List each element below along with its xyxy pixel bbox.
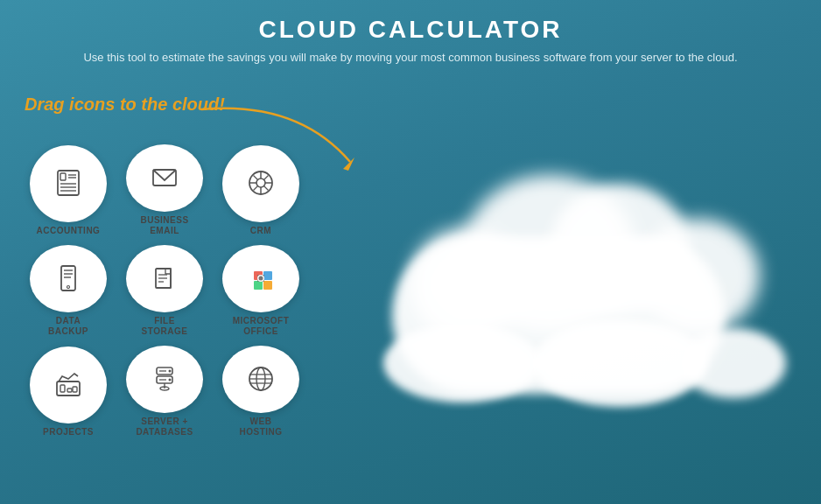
icon-projects[interactable]: PROJECTS — [25, 346, 112, 438]
icon-label-crm: CRM — [250, 226, 271, 236]
svg-point-20 — [67, 285, 70, 288]
svg-rect-31 — [263, 281, 272, 290]
icon-microsoft-office[interactable]: MICROSOFTOFFICE — [217, 245, 305, 337]
svg-point-42 — [169, 378, 172, 381]
icon-accounting[interactable]: ACCOUNTING — [25, 144, 112, 236]
icon-label-projects: PROJECTS — [43, 427, 94, 438]
svg-rect-19 — [61, 266, 75, 290]
icon-circle-data-backup — [30, 245, 107, 312]
svg-point-34 — [259, 276, 263, 280]
icon-circle-file-storage — [126, 245, 203, 312]
icon-label-data-backup: DATABACKUP — [48, 316, 88, 337]
icon-business-email[interactable]: BUSINESSEMAIL — [121, 144, 208, 236]
icon-circle-business-email — [126, 144, 203, 212]
svg-rect-2 — [60, 173, 66, 180]
icon-circle-microsoft-office — [222, 245, 299, 312]
icon-circle-server-databases — [126, 346, 203, 413]
svg-line-15 — [254, 175, 258, 179]
icon-circle-web-hosting — [222, 346, 299, 413]
svg-line-17 — [264, 175, 269, 179]
icon-label-microsoft-office: MICROSOFTOFFICE — [233, 316, 290, 337]
icon-label-file-storage: FILESTORAGE — [142, 316, 188, 337]
icon-file-storage[interactable]: FILESTORAGE — [121, 245, 208, 337]
svg-rect-30 — [254, 281, 263, 290]
icon-label-server-databases: SERVER +DATABASES — [136, 416, 193, 438]
svg-line-18 — [254, 186, 258, 190]
icon-label-accounting: ACCOUNTING — [37, 226, 101, 236]
svg-line-16 — [264, 186, 269, 190]
svg-rect-37 — [67, 388, 72, 392]
svg-rect-38 — [73, 387, 77, 392]
icon-label-web-hosting: WEBHOSTING — [239, 416, 282, 438]
icon-data-backup[interactable]: DATABACKUP — [25, 245, 112, 337]
icon-web-hosting[interactable]: WEBHOSTING — [217, 346, 305, 438]
svg-rect-36 — [60, 385, 65, 392]
header: CLOUD CALCULATOR Use this tool to estima… — [0, 0, 821, 73]
icons-grid: ACCOUNTING BUSINESSEMAIL — [16, 136, 313, 446]
page-subtitle: Use this tool to estimate the savings yo… — [0, 51, 821, 64]
page-title: CLOUD CALCULATOR — [0, 16, 821, 44]
icon-circle-accounting — [30, 145, 107, 222]
icon-crm[interactable]: CRM — [217, 144, 305, 236]
icon-server-databases[interactable]: SERVER +DATABASES — [121, 346, 208, 438]
icon-circle-crm — [222, 145, 299, 222]
icon-circle-projects — [30, 346, 107, 424]
icon-label-business-email: BUSINESSEMAIL — [140, 215, 188, 236]
svg-rect-29 — [263, 271, 272, 280]
cloud-drop-zone[interactable] — [357, 140, 795, 420]
svg-point-41 — [169, 369, 172, 372]
